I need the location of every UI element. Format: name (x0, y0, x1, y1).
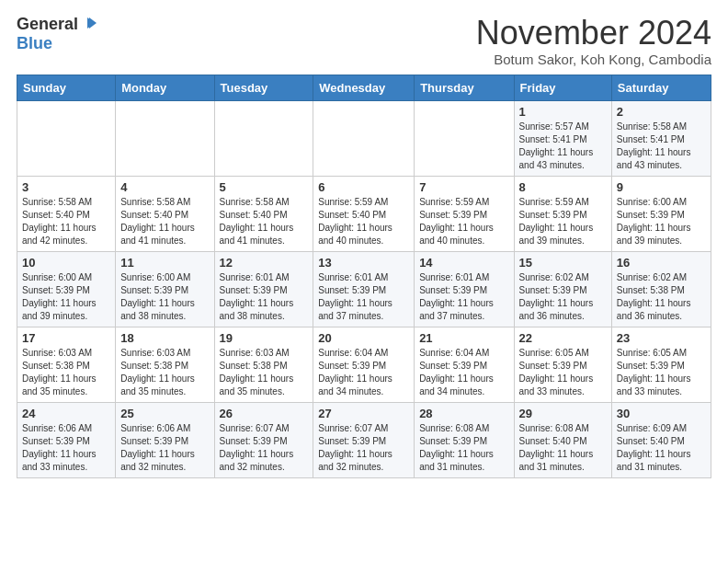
day-number: 29 (519, 407, 607, 420)
day-number: 17 (22, 331, 110, 345)
calendar-cell: 9Sunrise: 6:00 AMSunset: 5:39 PMDaylight… (611, 176, 711, 251)
day-info: Sunrise: 5:59 AMSunset: 5:40 PMDaylight:… (318, 196, 409, 247)
day-info: Sunrise: 5:58 AMSunset: 5:40 PMDaylight:… (220, 196, 309, 247)
day-number: 22 (519, 331, 607, 345)
logo-blue-text: Blue (17, 34, 52, 52)
calendar-week-row: 24Sunrise: 6:06 AMSunset: 5:39 PMDayligh… (17, 402, 711, 477)
day-info: Sunrise: 6:00 AMSunset: 5:39 PMDaylight:… (120, 271, 209, 323)
weekday-header-tuesday: Tuesday (214, 75, 313, 100)
day-info: Sunrise: 6:04 AMSunset: 5:39 PMDaylight:… (419, 347, 508, 398)
day-info: Sunrise: 6:07 AMSunset: 5:39 PMDaylight:… (318, 422, 409, 474)
calendar-table: SundayMondayTuesdayWednesdayThursdayFrid… (17, 75, 711, 478)
day-number: 5 (220, 180, 309, 194)
calendar-week-row: 3Sunrise: 5:58 AMSunset: 5:40 PMDaylight… (17, 176, 711, 251)
calendar-cell: 13Sunrise: 6:01 AMSunset: 5:39 PMDayligh… (313, 251, 415, 327)
location: Botum Sakor, Koh Kong, Cambodia (476, 52, 711, 67)
calendar-cell: 26Sunrise: 6:07 AMSunset: 5:39 PMDayligh… (214, 402, 313, 477)
day-info: Sunrise: 5:59 AMSunset: 5:39 PMDaylight:… (519, 196, 607, 247)
calendar-cell: 17Sunrise: 6:03 AMSunset: 5:38 PMDayligh… (17, 327, 116, 402)
day-number: 12 (220, 256, 309, 270)
day-info: Sunrise: 6:01 AMSunset: 5:39 PMDaylight:… (318, 271, 409, 323)
day-number: 19 (220, 331, 309, 345)
day-number: 26 (220, 407, 309, 420)
day-number: 20 (318, 331, 409, 345)
day-info: Sunrise: 6:03 AMSunset: 5:38 PMDaylight:… (22, 347, 110, 398)
calendar-cell: 27Sunrise: 6:07 AMSunset: 5:39 PMDayligh… (313, 402, 415, 477)
calendar-cell (17, 100, 116, 176)
logo-general-text: General (17, 15, 78, 34)
day-number: 30 (617, 407, 706, 420)
calendar-week-row: 10Sunrise: 6:00 AMSunset: 5:39 PMDayligh… (17, 251, 711, 327)
day-number: 23 (617, 331, 706, 345)
calendar-cell (415, 100, 514, 176)
day-info: Sunrise: 6:01 AMSunset: 5:39 PMDaylight:… (220, 271, 309, 323)
day-number: 11 (120, 256, 209, 270)
logo-flag-icon (80, 16, 98, 34)
weekday-header-thursday: Thursday (415, 75, 514, 100)
calendar-cell: 25Sunrise: 6:06 AMSunset: 5:39 PMDayligh… (116, 402, 214, 477)
day-number: 13 (318, 256, 409, 270)
day-info: Sunrise: 6:08 AMSunset: 5:39 PMDaylight:… (419, 422, 508, 474)
calendar-cell: 29Sunrise: 6:08 AMSunset: 5:40 PMDayligh… (514, 402, 611, 477)
day-number: 3 (22, 180, 110, 194)
day-info: Sunrise: 6:07 AMSunset: 5:39 PMDaylight:… (220, 422, 309, 474)
logo: General Blue (17, 15, 98, 53)
day-number: 28 (419, 407, 508, 420)
calendar-cell: 24Sunrise: 6:06 AMSunset: 5:39 PMDayligh… (17, 402, 116, 477)
day-info: Sunrise: 6:06 AMSunset: 5:39 PMDaylight:… (120, 422, 209, 474)
weekday-header-saturday: Saturday (611, 75, 711, 100)
calendar-cell: 19Sunrise: 6:03 AMSunset: 5:38 PMDayligh… (214, 327, 313, 402)
calendar-cell: 28Sunrise: 6:08 AMSunset: 5:39 PMDayligh… (415, 402, 514, 477)
day-info: Sunrise: 6:00 AMSunset: 5:39 PMDaylight:… (22, 271, 110, 323)
calendar-cell: 7Sunrise: 5:59 AMSunset: 5:39 PMDaylight… (415, 176, 514, 251)
day-info: Sunrise: 5:57 AMSunset: 5:41 PMDaylight:… (519, 121, 607, 172)
day-number: 4 (120, 180, 209, 194)
day-number: 7 (419, 180, 508, 194)
weekday-header-wednesday: Wednesday (313, 75, 415, 100)
day-number: 18 (120, 331, 209, 345)
day-number: 16 (617, 256, 706, 270)
day-number: 10 (22, 256, 110, 270)
day-info: Sunrise: 6:03 AMSunset: 5:38 PMDaylight:… (120, 347, 209, 398)
day-info: Sunrise: 6:00 AMSunset: 5:39 PMDaylight:… (617, 196, 706, 247)
day-number: 8 (519, 180, 607, 194)
day-number: 24 (22, 407, 110, 420)
calendar-week-row: 1Sunrise: 5:57 AMSunset: 5:41 PMDaylight… (17, 100, 711, 176)
weekday-header-monday: Monday (116, 75, 214, 100)
calendar-cell: 11Sunrise: 6:00 AMSunset: 5:39 PMDayligh… (116, 251, 214, 327)
page: General Blue November 2024 Botum Sakor, … (0, 0, 728, 489)
weekday-header-friday: Friday (514, 75, 611, 100)
day-info: Sunrise: 6:02 AMSunset: 5:39 PMDaylight:… (519, 271, 607, 323)
calendar-cell: 10Sunrise: 6:00 AMSunset: 5:39 PMDayligh… (17, 251, 116, 327)
calendar-cell: 18Sunrise: 6:03 AMSunset: 5:38 PMDayligh… (116, 327, 214, 402)
day-info: Sunrise: 6:05 AMSunset: 5:39 PMDaylight:… (519, 347, 607, 398)
calendar-cell: 30Sunrise: 6:09 AMSunset: 5:40 PMDayligh… (611, 402, 711, 477)
day-info: Sunrise: 6:06 AMSunset: 5:39 PMDaylight:… (22, 422, 110, 474)
calendar-week-row: 17Sunrise: 6:03 AMSunset: 5:38 PMDayligh… (17, 327, 711, 402)
calendar-cell (313, 100, 415, 176)
day-info: Sunrise: 5:59 AMSunset: 5:39 PMDaylight:… (419, 196, 508, 247)
day-number: 21 (419, 331, 508, 345)
day-number: 14 (419, 256, 508, 270)
calendar-cell: 16Sunrise: 6:02 AMSunset: 5:38 PMDayligh… (611, 251, 711, 327)
calendar-cell: 14Sunrise: 6:01 AMSunset: 5:39 PMDayligh… (415, 251, 514, 327)
day-info: Sunrise: 5:58 AMSunset: 5:40 PMDaylight:… (22, 196, 110, 247)
title-section: November 2024 Botum Sakor, Koh Kong, Cam… (476, 15, 711, 67)
day-info: Sunrise: 5:58 AMSunset: 5:41 PMDaylight:… (617, 121, 706, 172)
calendar-cell: 4Sunrise: 5:58 AMSunset: 5:40 PMDaylight… (116, 176, 214, 251)
day-info: Sunrise: 6:05 AMSunset: 5:39 PMDaylight:… (617, 347, 706, 398)
calendar-cell: 5Sunrise: 5:58 AMSunset: 5:40 PMDaylight… (214, 176, 313, 251)
calendar-cell: 20Sunrise: 6:04 AMSunset: 5:39 PMDayligh… (313, 327, 415, 402)
day-info: Sunrise: 6:08 AMSunset: 5:40 PMDaylight:… (519, 422, 607, 474)
calendar-cell (214, 100, 313, 176)
month-title: November 2024 (476, 15, 711, 52)
day-number: 2 (617, 105, 706, 119)
day-number: 25 (120, 407, 209, 420)
day-number: 9 (617, 180, 706, 194)
day-info: Sunrise: 6:09 AMSunset: 5:40 PMDaylight:… (617, 422, 706, 474)
day-info: Sunrise: 6:03 AMSunset: 5:38 PMDaylight:… (220, 347, 309, 398)
day-number: 6 (318, 180, 409, 194)
day-number: 27 (318, 407, 409, 420)
calendar-cell: 1Sunrise: 5:57 AMSunset: 5:41 PMDaylight… (514, 100, 611, 176)
calendar-cell: 3Sunrise: 5:58 AMSunset: 5:40 PMDaylight… (17, 176, 116, 251)
